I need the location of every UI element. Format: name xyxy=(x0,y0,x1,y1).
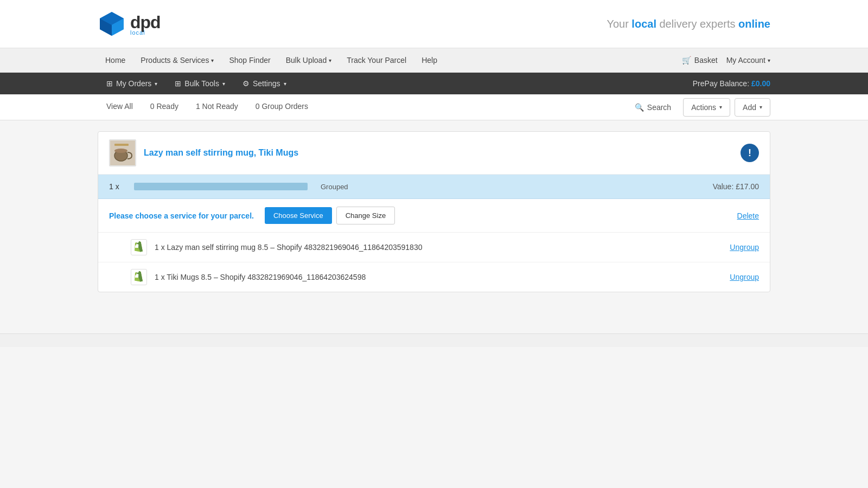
nav-home[interactable]: Home xyxy=(98,48,133,72)
tagline-mid: delivery experts xyxy=(656,18,738,30)
chevron-down-icon-orders: ▾ xyxy=(155,81,157,87)
nav-shop-finder[interactable]: Shop Finder xyxy=(221,48,278,72)
order-thumbnail xyxy=(109,139,136,166)
toolbar-row: View All 0 Ready 1 Not Ready 0 Group Ord… xyxy=(0,94,868,120)
search-icon: 🔍 xyxy=(635,103,644,112)
actions-button[interactable]: Actions ▾ xyxy=(683,98,730,117)
gear-icon: ⚙ xyxy=(242,79,250,88)
nav-right: 🛒 Basket My Account ▾ xyxy=(682,56,770,65)
chevron-down-icon-actions: ▾ xyxy=(719,104,722,110)
nav-track-parcel[interactable]: Track Your Parcel xyxy=(339,48,414,72)
item-desc-2: 1 x Tiki Mugs 8.5 – Shopify 483282196904… xyxy=(155,273,722,281)
search-button[interactable]: 🔍 Search xyxy=(627,98,679,117)
chevron-down-icon-add: ▾ xyxy=(760,104,762,110)
chevron-down-icon-account: ▾ xyxy=(768,57,770,63)
redacted-address-bar xyxy=(134,183,308,190)
ungroup-link-1[interactable]: Ungroup xyxy=(730,243,759,252)
shopify-icon-2 xyxy=(131,269,147,285)
tab-view-all[interactable]: View All xyxy=(98,94,142,120)
prepay-balance: PrePay Balance: £0.00 xyxy=(693,79,770,88)
item-row-2: 1 x Tiki Mugs 8.5 – Shopify 483282196904… xyxy=(98,262,770,292)
nav-help[interactable]: Help xyxy=(414,48,445,72)
service-choice-area: Please choose a service for your parcel.… xyxy=(98,199,770,233)
order-header: Lazy man self stirring mug, Tiki Mugs ! xyxy=(98,132,770,175)
value-label: Value: £17.00 xyxy=(713,182,759,191)
tagline-local: local xyxy=(631,18,656,30)
basket-icon: 🛒 xyxy=(682,56,691,65)
top-header: dpd local Your local delivery experts on… xyxy=(0,0,868,48)
chevron-down-icon: ▾ xyxy=(211,57,214,63)
sub-nav-left: ⊞ My Orders ▾ ⊞ Bulk Tools ▾ ⚙ Settings … xyxy=(98,73,295,94)
nav-products-services[interactable]: Products & Services ▾ xyxy=(133,48,221,72)
prepay-amount: £0.00 xyxy=(751,79,770,88)
apps-icon: ⊞ xyxy=(175,79,181,88)
order-title[interactable]: Lazy man self stirring mug, Tiki Mugs xyxy=(144,148,298,158)
alert-icon: ! xyxy=(741,144,759,162)
svg-rect-7 xyxy=(114,144,129,146)
chevron-down-icon-bulk: ▾ xyxy=(329,57,331,63)
shipment-row: 1 x Grouped Value: £17.00 xyxy=(98,175,770,199)
my-account-label: My Account xyxy=(726,56,765,65)
sub-nav: ⊞ My Orders ▾ ⊞ Bulk Tools ▾ ⚙ Settings … xyxy=(0,73,868,94)
service-prompt: Please choose a service for your parcel. xyxy=(109,211,254,220)
grouped-label: Grouped xyxy=(321,183,348,191)
chevron-down-icon-bulk-tools: ▾ xyxy=(222,81,225,87)
logo-area: dpd local xyxy=(98,10,161,38)
main-content: Lazy man self stirring mug, Tiki Mugs ! … xyxy=(0,120,868,312)
basket-label: Basket xyxy=(694,56,718,65)
delete-link[interactable]: Delete xyxy=(737,211,759,220)
grid-icon: ⊞ xyxy=(106,79,113,88)
tab-not-ready[interactable]: 1 Not Ready xyxy=(187,94,247,120)
dpd-logo-icon xyxy=(98,10,126,38)
svg-point-6 xyxy=(114,149,127,153)
change-size-button[interactable]: Change Size xyxy=(336,207,395,224)
tab-group-orders[interactable]: 0 Group Orders xyxy=(247,94,317,120)
primary-nav: Home Products & Services ▾ Shop Finder B… xyxy=(0,48,868,73)
my-account-link[interactable]: My Account ▾ xyxy=(726,56,770,65)
qty-label: 1 x xyxy=(109,182,125,191)
shopify-icon-1 xyxy=(131,239,147,255)
basket-link[interactable]: 🛒 Basket xyxy=(682,56,718,65)
toolbar-right: 🔍 Search Actions ▾ Add ▾ xyxy=(627,98,770,117)
ungroup-link-2[interactable]: Ungroup xyxy=(730,273,759,281)
tagline: Your local delivery experts online xyxy=(607,18,770,30)
tab-ready[interactable]: 0 Ready xyxy=(142,94,187,120)
nav-bulk-upload[interactable]: Bulk Upload ▾ xyxy=(278,48,340,72)
choose-service-button[interactable]: Choose Service xyxy=(265,207,332,224)
sub-nav-bulk-tools[interactable]: ⊞ Bulk Tools ▾ xyxy=(166,73,234,94)
order-card: Lazy man self stirring mug, Tiki Mugs ! … xyxy=(98,131,770,292)
sub-nav-settings[interactable]: ⚙ Settings ▾ xyxy=(234,73,295,94)
order-header-left: Lazy man self stirring mug, Tiki Mugs xyxy=(109,139,298,166)
footer xyxy=(0,333,868,347)
service-choice-left: Please choose a service for your parcel.… xyxy=(109,207,395,224)
item-row: 1 x Lazy man self stirring mug 8.5 – Sho… xyxy=(98,233,770,262)
chevron-down-icon-settings: ▾ xyxy=(284,81,286,87)
tagline-pre: Your xyxy=(607,18,631,30)
nav-links: Home Products & Services ▾ Shop Finder B… xyxy=(98,48,445,72)
add-button[interactable]: Add ▾ xyxy=(735,98,770,117)
item-desc-1: 1 x Lazy man self stirring mug 8.5 – Sho… xyxy=(155,243,722,252)
tagline-online: online xyxy=(738,18,770,30)
sub-nav-my-orders[interactable]: ⊞ My Orders ▾ xyxy=(98,73,166,94)
